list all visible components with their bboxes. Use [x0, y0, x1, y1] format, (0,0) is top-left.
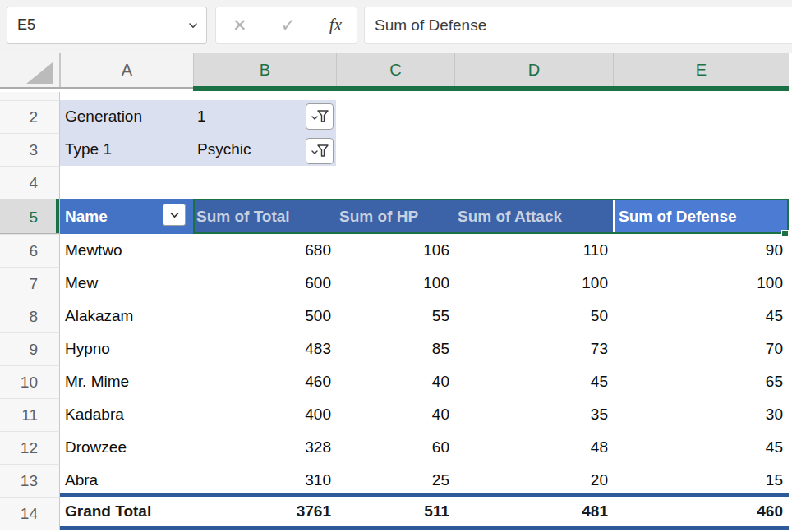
pivot-row-value[interactable]: 45 [454, 365, 613, 398]
row-number: 6 [0, 235, 38, 267]
filter-button-generation[interactable] [306, 103, 334, 130]
pivot-header-cell[interactable]: Sum of HP [336, 199, 454, 234]
pivot-table-row: Drowzee328604845 [60, 431, 789, 464]
pivot-header-cell[interactable]: Sum of Defense [613, 199, 789, 234]
pivot-row-value[interactable]: 50 [454, 300, 613, 332]
pivot-row-value[interactable]: 460 [193, 365, 336, 398]
grand-total-value[interactable]: 511 [336, 497, 454, 526]
name-filter-dropdown[interactable] [163, 204, 186, 226]
formula-buttons: ✕ ✓ fx [215, 7, 357, 44]
pivot-header-cell[interactable]: Sum of Total [193, 199, 336, 234]
pivot-row-value[interactable]: 85 [336, 332, 454, 365]
pivot-table-row: Kadabra400403530 [60, 398, 789, 431]
grand-total-value[interactable]: 3761 [193, 497, 336, 526]
pivot-row-value[interactable]: 400 [193, 398, 336, 431]
row-header-12[interactable]: 12 [0, 431, 60, 464]
filter-label-type1[interactable]: Type 1 [65, 133, 112, 166]
pivot-row-value[interactable]: 328 [193, 431, 336, 464]
pivot-table-row: Mewtwo68010611090 [60, 234, 789, 267]
filter-label-generation[interactable]: Generation [65, 100, 142, 133]
grand-total-label[interactable]: Grand Total [60, 497, 193, 526]
pivot-row-value[interactable]: 15 [613, 464, 789, 497]
pivot-header-cell[interactable]: Sum of Attack [454, 199, 613, 234]
pivot-row-value[interactable]: 500 [193, 300, 336, 332]
row-number: 14 [0, 498, 38, 530]
pivot-row-value[interactable]: 600 [193, 267, 336, 300]
pivot-row-value[interactable]: 35 [454, 398, 613, 431]
select-all-triangle-icon [26, 62, 53, 84]
pivot-row-name[interactable]: Mew [60, 267, 193, 300]
grand-total-value[interactable]: 460 [613, 497, 789, 526]
excel-window: E5 ✕ ✓ fx Sum of Defense ABCDE 123456789… [0, 0, 792, 532]
pivot-row-value[interactable]: 110 [454, 234, 613, 267]
cell-reference-box[interactable]: E5 [7, 7, 207, 44]
pivot-row-value[interactable]: 70 [613, 332, 789, 365]
pivot-row-name[interactable]: Mewtwo [60, 234, 193, 267]
pivot-row-name[interactable]: Mr. Mime [60, 365, 193, 398]
cancel-icon[interactable]: ✕ [233, 16, 247, 34]
pivot-row-value[interactable]: 100 [454, 267, 613, 300]
selected-columns-underline [193, 86, 789, 91]
row-header-4[interactable]: 4 [0, 166, 60, 199]
pivot-row-value[interactable]: 55 [336, 300, 454, 332]
row-header-5[interactable]: 5 [0, 199, 60, 234]
pivot-row-value[interactable]: 90 [613, 234, 789, 267]
row-number: 8 [0, 300, 38, 332]
pivot-row-value[interactable]: 30 [613, 398, 789, 431]
row-header-11[interactable]: 11 [0, 398, 60, 431]
pivot-row-value[interactable]: 680 [193, 234, 336, 267]
formula-input[interactable]: Sum of Defense [364, 7, 792, 44]
confirm-icon[interactable]: ✓ [281, 16, 296, 34]
formula-text: Sum of Defense [375, 7, 486, 43]
row-header-2[interactable]: 2 [0, 100, 60, 133]
row-header-10[interactable]: 10 [0, 365, 60, 398]
pivot-table-row: Abra310252015 [60, 464, 789, 497]
row-header-3[interactable]: 3 [0, 133, 60, 166]
column-header-B[interactable]: B [193, 53, 336, 87]
pivot-row-value[interactable]: 25 [336, 464, 454, 497]
column-header-E[interactable]: E [613, 53, 789, 87]
row-header-1[interactable]: 1 [0, 92, 60, 100]
column-header-A[interactable]: A [60, 53, 193, 87]
row-header-14[interactable]: 14 [0, 497, 60, 530]
pivot-row-value[interactable]: 40 [336, 365, 454, 398]
row-header-13[interactable]: 13 [0, 464, 60, 497]
pivot-row-name[interactable]: Drowzee [60, 431, 193, 464]
insert-function-icon[interactable]: fx [329, 16, 342, 34]
pivot-row-value[interactable]: 310 [193, 464, 336, 497]
pivot-row-value[interactable]: 65 [613, 365, 789, 398]
pivot-row-name[interactable]: Kadabra [60, 398, 193, 431]
row-header-9[interactable]: 9 [0, 332, 60, 365]
pivot-row-value[interactable]: 45 [613, 300, 789, 332]
pivot-row-name[interactable]: Alakazam [60, 300, 193, 332]
grand-total-value[interactable]: 481 [454, 497, 613, 526]
row-header-8[interactable]: 8 [0, 300, 60, 332]
pivot-row-value[interactable]: 483 [193, 332, 336, 365]
column-header-D[interactable]: D [454, 53, 613, 87]
pivot-row-value[interactable]: 45 [613, 431, 789, 464]
pivot-row-value[interactable]: 100 [613, 267, 789, 300]
chevron-down-icon[interactable] [188, 21, 198, 30]
filter-button-type1[interactable] [306, 138, 334, 164]
row-header-6[interactable]: 6 [0, 234, 60, 267]
pivot-table-row: Hypno483857370 [60, 332, 789, 365]
pivot-row-value[interactable]: 73 [454, 332, 613, 365]
pivot-data-rows: Mewtwo68010611090Mew600100100100Alakazam… [60, 234, 789, 497]
chevron-down-icon [169, 210, 180, 220]
filter-value-generation[interactable]: 1 [197, 100, 206, 133]
pivot-row-value[interactable]: 60 [336, 431, 454, 464]
cell-reference: E5 [17, 7, 35, 43]
pivot-row-value[interactable]: 20 [454, 464, 613, 497]
select-all-button[interactable] [0, 53, 60, 87]
pivot-row-value[interactable]: 40 [336, 398, 454, 431]
filter-funnel-icon [311, 110, 329, 124]
column-header-C[interactable]: C [336, 53, 454, 87]
pivot-row-value[interactable]: 100 [336, 267, 454, 300]
row-number: 7 [0, 268, 38, 300]
pivot-row-name[interactable]: Hypno [60, 332, 193, 365]
pivot-row-name[interactable]: Abra [60, 464, 193, 497]
filter-value-type1[interactable]: Psychic [197, 133, 251, 166]
pivot-row-value[interactable]: 106 [336, 234, 454, 267]
pivot-row-value[interactable]: 48 [454, 431, 613, 464]
row-header-7[interactable]: 7 [0, 267, 60, 300]
